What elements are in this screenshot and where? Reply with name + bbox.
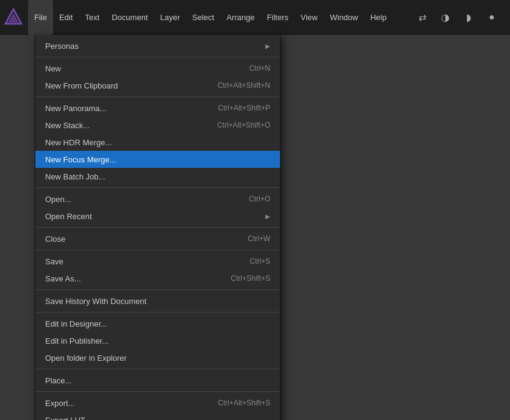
menu-bar: File Edit Text Document Layer Select Arr… — [0, 0, 510, 35]
menu-item-export-lut[interactable]: Export LUT... — [35, 411, 280, 420]
section-export: Export... Ctrl+Alt+Shift+S Export LUT...… — [35, 392, 280, 420]
section-save-history: Save History With Document — [35, 290, 280, 313]
flip-icon[interactable]: ⇄ — [411, 6, 433, 28]
section-personas: Personas ▶ — [35, 35, 280, 57]
menu-item-place[interactable]: Place... — [35, 372, 280, 389]
menu-item-save[interactable]: Save Ctrl+S — [35, 253, 280, 270]
menu-select[interactable]: Select — [186, 0, 220, 35]
circle-icon[interactable]: ● — [481, 6, 503, 28]
section-place: Place... — [35, 369, 280, 392]
menu-view[interactable]: View — [295, 0, 324, 35]
menu-item-new-focus-merge[interactable]: New Focus Merge... — [35, 151, 280, 168]
app-logo — [2, 6, 24, 28]
menu-text[interactable]: Text — [79, 0, 106, 35]
menu-item-save-history[interactable]: Save History With Document — [35, 292, 280, 310]
menu-item-close[interactable]: Close Ctrl+W — [35, 230, 280, 247]
menu-layer[interactable]: Layer — [154, 0, 186, 35]
menu-document[interactable]: Document — [106, 0, 154, 35]
menu-item-open[interactable]: Open... Ctrl+O — [35, 190, 280, 208]
menu-item-new-hdr-merge[interactable]: New HDR Merge... — [35, 134, 280, 151]
section-edit-in: Edit in Designer... Edit in Publisher...… — [35, 313, 280, 369]
menu-item-edit-in-publisher[interactable]: Edit in Publisher... — [35, 332, 280, 349]
color-icon[interactable]: ◗ — [458, 6, 479, 28]
menu-help[interactable]: Help — [364, 0, 393, 35]
menu-edit[interactable]: Edit — [53, 0, 79, 35]
menu-item-edit-in-designer[interactable]: Edit in Designer... — [35, 315, 280, 332]
section-save: Save Ctrl+S Save As... Ctrl+Shift+S — [35, 250, 280, 290]
section-new-special: New Panorama... Ctrl+Alt+Shift+P New Sta… — [35, 97, 280, 188]
menu-item-export[interactable]: Export... Ctrl+Alt+Shift+S — [35, 394, 280, 411]
contrast-icon[interactable]: ◑ — [434, 6, 456, 28]
menu-filters[interactable]: Filters — [260, 0, 294, 35]
arrow-icon: ▶ — [265, 43, 270, 49]
section-new: New Ctrl+N New From Clipboard Ctrl+Alt+S… — [35, 57, 280, 97]
menu-arrange[interactable]: Arrange — [220, 0, 260, 35]
menu-window[interactable]: Window — [324, 0, 364, 35]
menu-item-new-stack[interactable]: New Stack... Ctrl+Alt+Shift+O — [35, 117, 280, 134]
open-recent-arrow-icon: ▶ — [265, 213, 270, 220]
file-dropdown-menu: Personas ▶ New Ctrl+N New From Clipboard… — [35, 35, 281, 420]
menu-item-new-panorama[interactable]: New Panorama... Ctrl+Alt+Shift+P — [35, 100, 280, 117]
menu-item-new[interactable]: New Ctrl+N — [35, 60, 280, 77]
section-close: Close Ctrl+W — [35, 228, 280, 250]
menu-item-new-from-clipboard[interactable]: New From Clipboard Ctrl+Alt+Shift+N — [35, 77, 280, 94]
menu-item-save-as[interactable]: Save As... Ctrl+Shift+S — [35, 270, 280, 287]
toolbar-right: ⇄ ◑ ◗ ● — [411, 6, 508, 28]
menu-item-new-batch-job[interactable]: New Batch Job... — [35, 168, 280, 185]
menu-item-open-recent[interactable]: Open Recent ▶ — [35, 208, 280, 225]
menu-item-open-folder-explorer[interactable]: Open folder in Explorer — [35, 349, 280, 366]
menu-item-personas[interactable]: Personas ▶ — [35, 37, 280, 54]
menu-file[interactable]: File — [28, 0, 53, 35]
section-open: Open... Ctrl+O Open Recent ▶ — [35, 188, 280, 228]
